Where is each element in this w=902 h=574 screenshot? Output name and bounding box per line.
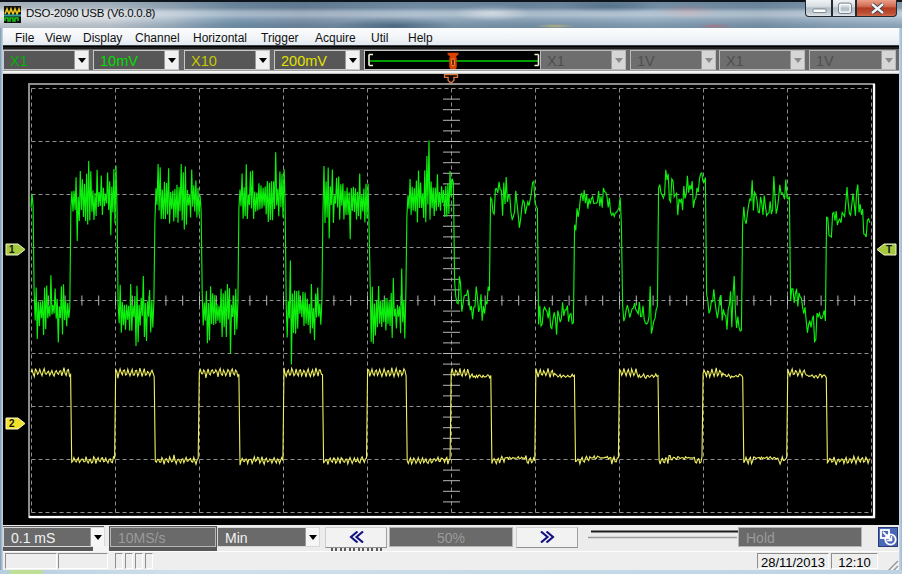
svg-text:T: T bbox=[886, 244, 892, 255]
svg-text:2: 2 bbox=[9, 418, 15, 429]
svg-text:1: 1 bbox=[9, 244, 15, 255]
